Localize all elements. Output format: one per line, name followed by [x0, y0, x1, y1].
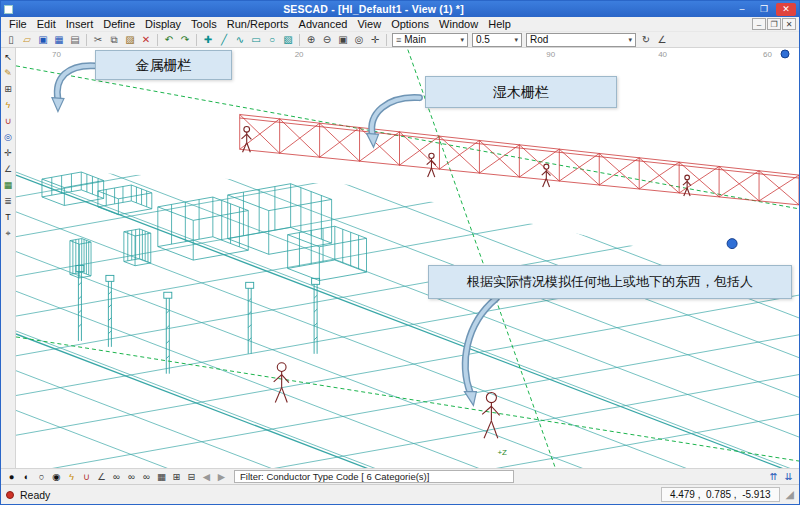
svg-text:70: 70	[52, 50, 61, 59]
view-combo[interactable]: ≡Main▾	[392, 33, 468, 47]
lightning-icon[interactable]: ϟ	[2, 99, 15, 111]
mdi-window-controls: – ❐ ✕	[752, 18, 799, 30]
scroll-down-icon[interactable]: ⇊	[781, 470, 796, 484]
redo-icon[interactable]: ↷	[177, 32, 193, 47]
toolbar-separator	[386, 34, 387, 46]
line-tool-icon[interactable]: ╱	[216, 32, 232, 47]
zoom-out-icon[interactable]: ⊖	[319, 32, 335, 47]
svg-text:60: 60	[763, 50, 772, 59]
menu-insert[interactable]: Insert	[61, 18, 99, 30]
main-toolbar: ▯▱▣▦▤✂⧉▨✕↶↷✚╱∿▭○▧⊕⊖▣◎✛ ≡Main▾0.5▾Rod▾ ↻∠	[1, 31, 799, 48]
pan-hand-icon[interactable]: ✛	[2, 147, 15, 159]
chevron-down-icon: ▾	[460, 36, 464, 44]
black-node-icon[interactable]: ●	[4, 470, 19, 484]
new-file-icon[interactable]: ▯	[3, 32, 19, 47]
cursor-coordinates: 4.479 , 0.785 , -5.913	[661, 487, 780, 502]
undo-icon[interactable]: ↶	[161, 32, 177, 47]
menu-file[interactable]: File	[4, 18, 32, 30]
minimize-button[interactable]: –	[732, 3, 752, 16]
zoom-box-icon[interactable]: ⊞	[2, 83, 15, 95]
mdi-restore-button[interactable]: ❐	[767, 18, 781, 30]
maximize-button[interactable]: ❐	[754, 3, 774, 16]
filter-status: Filter: Conductor Type Code [ 6 Categori…	[234, 470, 514, 483]
object-type-combo-value: Rod	[530, 34, 624, 45]
drawing-canvas[interactable]: 7020904060 +Z 金属栅栏 湿木栅栏 根据实际情况模拟任何地上或地下的…	[16, 48, 799, 468]
measure-angle-icon[interactable]: ∠	[2, 163, 15, 175]
menu-tools[interactable]: Tools	[186, 18, 222, 30]
copy-icon[interactable]: ⧉	[106, 32, 122, 47]
callout-metal-fence[interactable]: 金属栅栏	[95, 50, 232, 80]
menu-run-reports[interactable]: Run/Reports	[222, 18, 294, 30]
zoom-icon[interactable]: ◎	[2, 131, 15, 143]
energize-icon[interactable]: ϟ	[64, 470, 79, 484]
delete-icon[interactable]: ✕	[138, 32, 154, 47]
paste-icon[interactable]: ▨	[122, 32, 138, 47]
draw-pencil-icon[interactable]: ✎	[2, 67, 15, 79]
scroll-up-icon[interactable]: ⇈	[766, 470, 781, 484]
box3d-tool-icon[interactable]: ▧	[280, 32, 296, 47]
toolbar-separator	[299, 34, 300, 46]
find-next-icon[interactable]: ∞	[124, 470, 139, 484]
print-icon[interactable]: ▤	[67, 32, 83, 47]
rect-tool-icon[interactable]: ▭	[248, 32, 264, 47]
menu-options[interactable]: Options	[386, 18, 434, 30]
target-node-icon[interactable]: ◉	[49, 470, 64, 484]
mdi-close-button[interactable]: ✕	[782, 18, 796, 30]
angle-snap-icon[interactable]: ∠	[94, 470, 109, 484]
menu-advanced[interactable]: Advanced	[294, 18, 353, 30]
drawing-toolbar: ↖✎⊞ϟ∪◎✛∠▦≣T⌖	[1, 48, 16, 468]
text-tool-icon[interactable]: T	[2, 211, 15, 223]
status-indicator-icon	[6, 491, 14, 499]
point-tool-icon[interactable]: ✚	[200, 32, 216, 47]
menu-help[interactable]: Help	[483, 18, 516, 30]
combo-list-icon: ≡	[396, 35, 401, 45]
polyline-tool-icon[interactable]: ∿	[232, 32, 248, 47]
menu-window[interactable]: Window	[434, 18, 483, 30]
grid-off-icon[interactable]: ⊟	[184, 470, 199, 484]
callout-wet-wood-fence[interactable]: 湿木栅栏	[425, 76, 617, 108]
zoom-window-icon[interactable]: ▣	[335, 32, 351, 47]
grid-on-icon[interactable]: ⊞	[169, 470, 184, 484]
status-bar: Ready 4.479 , 0.785 , -5.913 ◢	[1, 484, 799, 504]
circle-tool-icon[interactable]: ○	[264, 32, 280, 47]
pan-icon[interactable]: ✛	[367, 32, 383, 47]
zoom-extents-icon[interactable]: ◎	[351, 32, 367, 47]
table-view-icon[interactable]: ▦	[154, 470, 169, 484]
save-icon[interactable]: ▣	[35, 32, 51, 47]
save-all-icon[interactable]: ▦	[51, 32, 67, 47]
nav-forward-icon[interactable]: ▶	[214, 470, 229, 484]
zoom-in-icon[interactable]: ⊕	[303, 32, 319, 47]
callout-simulation-note[interactable]: 根据实际情况模拟任何地上或地下的东西，包括人	[428, 265, 792, 299]
layers-icon[interactable]: ≣	[2, 195, 15, 207]
half-node-icon[interactable]: ◐	[19, 470, 34, 484]
open-file-icon[interactable]: ▱	[19, 32, 35, 47]
grid-icon[interactable]: ▦	[2, 179, 15, 191]
toolbar-separator	[86, 34, 87, 46]
axes-icon[interactable]: ⌖	[2, 227, 15, 239]
magnet-icon[interactable]: ∪	[2, 115, 15, 127]
grid-size-combo[interactable]: 0.5▾	[472, 33, 522, 47]
magnet-snap-icon[interactable]: ∪	[79, 470, 94, 484]
object-type-combo[interactable]: Rod▾	[526, 33, 636, 47]
nav-back-icon[interactable]: ◀	[199, 470, 214, 484]
select-pointer-icon[interactable]: ↖	[2, 51, 15, 63]
close-button[interactable]: ✕	[776, 3, 796, 16]
find-icon[interactable]: ∞	[109, 470, 124, 484]
mdi-minimize-button[interactable]: –	[752, 18, 766, 30]
menu-bar: FileEditInsertDefineDisplayToolsRun/Repo…	[1, 17, 799, 31]
menu-edit[interactable]: Edit	[32, 18, 61, 30]
resize-grip[interactable]: ◢	[786, 488, 794, 501]
menu-display[interactable]: Display	[140, 18, 186, 30]
rotate-view-icon[interactable]: ↻	[638, 32, 654, 47]
sescad-window: SESCAD - [HI_Default1 - View (1) *] – ❐ …	[0, 0, 800, 505]
menu-view[interactable]: View	[352, 18, 386, 30]
white-node-icon[interactable]: ○	[34, 470, 49, 484]
cut-icon[interactable]: ✂	[90, 32, 106, 47]
svg-text:90: 90	[546, 50, 555, 59]
status-ready-text: Ready	[20, 489, 50, 501]
find-previous-icon[interactable]: ∞	[139, 470, 154, 484]
chevron-down-icon: ▾	[514, 36, 518, 44]
measure-icon[interactable]: ∠	[654, 32, 670, 47]
menu-define[interactable]: Define	[98, 18, 140, 30]
title-bar: SESCAD - [HI_Default1 - View (1) *] – ❐ …	[1, 1, 799, 17]
